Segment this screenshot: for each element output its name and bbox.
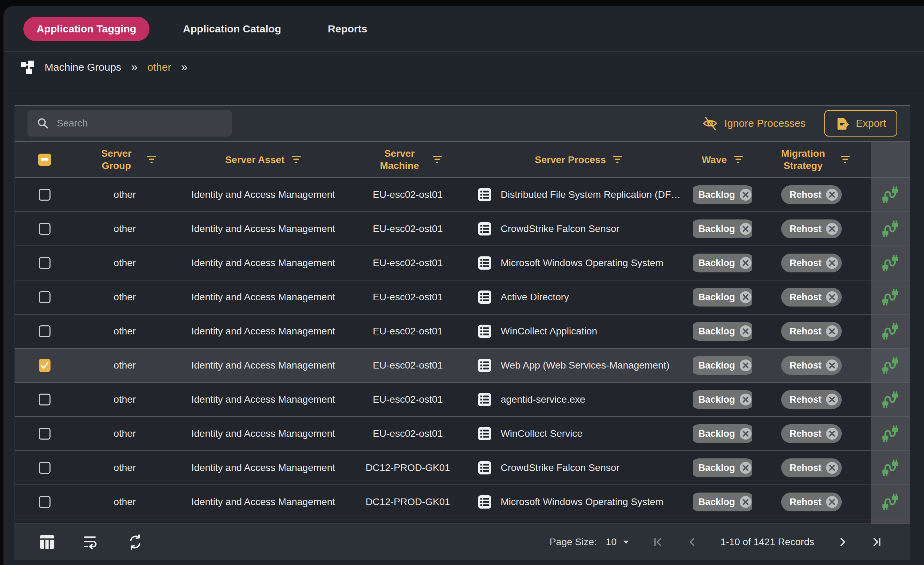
filter-icon[interactable] (291, 155, 302, 164)
process-connections-button[interactable] (881, 425, 899, 443)
chevron-double-icon: » (131, 61, 138, 74)
breadcrumb-other[interactable]: other (147, 61, 171, 73)
page-size-select[interactable]: 10 (606, 537, 630, 548)
process-name: Microsoft Windows Operating System (501, 496, 663, 508)
cell-server-process: WinCollect Application (465, 315, 693, 348)
remove-tag-icon[interactable] (826, 496, 838, 508)
remove-tag-icon[interactable] (826, 393, 838, 406)
last-page-button[interactable] (871, 536, 882, 548)
actions-header-cell (871, 142, 910, 177)
table-row: otherIdentity and Access ManagementEU-es… (15, 178, 910, 212)
table-row: otherIdentity and Access ManagementEU-es… (15, 383, 910, 417)
row-select-cell (15, 451, 74, 484)
process-connections-button[interactable] (881, 186, 899, 204)
row-select-cell (15, 417, 74, 450)
remove-tag-icon[interactable] (826, 189, 838, 201)
remove-tag-icon[interactable] (740, 325, 752, 337)
row-checkbox[interactable] (39, 325, 51, 337)
search-box[interactable] (27, 110, 232, 136)
wave-badge-label: Backlog (698, 292, 735, 303)
filter-icon[interactable] (612, 155, 622, 164)
row-checkbox[interactable] (39, 189, 51, 201)
cell-wave: Backlog (693, 417, 752, 450)
remove-tag-icon[interactable] (740, 291, 752, 303)
process-connections-button[interactable] (881, 322, 899, 340)
remove-tag-icon[interactable] (740, 223, 752, 235)
row-checkbox[interactable] (39, 394, 51, 405)
remove-tag-icon[interactable] (740, 393, 752, 406)
breadcrumb-machine-groups[interactable]: Machine Groups (45, 61, 121, 73)
cell-server-group: other (74, 451, 175, 484)
remove-tag-icon[interactable] (826, 359, 838, 372)
remove-tag-icon[interactable] (740, 462, 752, 474)
wrap-rows-button[interactable] (83, 534, 99, 550)
cell-server-asset: Identity and Access Management (175, 485, 351, 519)
filter-icon[interactable] (432, 155, 442, 164)
row-checkbox[interactable] (39, 291, 51, 303)
cell-server-process: CrowdStrike Falcon Sensor (465, 451, 693, 484)
process-connections-button[interactable] (881, 288, 899, 306)
process-connections-button[interactable] (881, 220, 899, 238)
cell-wave: Backlog (693, 212, 752, 246)
remove-tag-icon[interactable] (826, 462, 838, 474)
process-icon (477, 221, 492, 237)
remove-tag-icon[interactable] (826, 223, 838, 235)
export-button[interactable]: Export (824, 110, 897, 136)
refresh-button[interactable] (127, 534, 143, 550)
remove-tag-icon[interactable] (740, 257, 752, 269)
row-checkbox[interactable] (39, 257, 51, 269)
cell-actions (871, 349, 910, 382)
cell-server-asset: Identity and Access Management (175, 349, 351, 382)
ignore-processes-button[interactable]: Ignore Processes (702, 115, 806, 131)
filter-icon[interactable] (733, 155, 744, 164)
row-checkbox[interactable] (39, 359, 51, 372)
page-size-value: 10 (606, 537, 617, 548)
search-input[interactable] (57, 118, 223, 129)
cell-server-asset: Identity and Access Management (175, 212, 351, 246)
cable-icon (881, 425, 899, 443)
column-header-label: Server Process (535, 154, 606, 166)
cell-server-asset: Identity and Access Management (175, 383, 351, 416)
remove-tag-icon[interactable] (826, 291, 838, 303)
previous-page-button[interactable] (686, 536, 698, 548)
tab-application-catalog[interactable]: Application Catalog (170, 17, 294, 41)
cell-server-machine: EU-esc02-ost01 (351, 315, 465, 348)
process-icon (477, 426, 492, 441)
remove-tag-icon[interactable] (826, 257, 838, 269)
cell-server-machine: EU-esc02-ost01 (351, 178, 465, 211)
process-connections-button[interactable] (881, 459, 899, 477)
wave-badge: Backlog (693, 288, 752, 307)
text-wrap-icon (83, 534, 99, 550)
first-page-button[interactable] (652, 536, 664, 548)
pagination: Page Size: 10 (549, 536, 882, 548)
filter-icon[interactable] (146, 155, 157, 164)
tab-application-tagging[interactable]: Application Tagging (23, 17, 150, 41)
process-connections-button[interactable] (881, 493, 899, 511)
table-footer: Page Size: 10 (15, 523, 910, 560)
row-select-cell (15, 315, 74, 348)
row-checkbox[interactable] (39, 428, 51, 440)
row-checkbox[interactable] (39, 223, 51, 235)
process-connections-button[interactable] (881, 254, 899, 272)
remove-tag-icon[interactable] (740, 496, 752, 508)
remove-tag-icon[interactable] (826, 325, 838, 337)
next-page-button[interactable] (837, 536, 848, 548)
remove-tag-icon[interactable] (740, 189, 752, 201)
filter-icon[interactable] (840, 155, 850, 164)
column-settings-button[interactable] (39, 534, 56, 550)
wave-badge: Backlog (693, 459, 752, 477)
cell-server-asset: Identity and Access Management (175, 178, 351, 211)
remove-tag-icon[interactable] (740, 359, 752, 372)
process-icon (477, 460, 492, 475)
records-range-label: 1-10 of 1421 Records (720, 537, 814, 548)
table-row: otherIdentity and Access ManagementEU-es… (15, 349, 910, 383)
select-all-checkbox[interactable] (38, 154, 51, 166)
row-checkbox[interactable] (39, 462, 51, 474)
remove-tag-icon[interactable] (826, 427, 838, 440)
process-connections-button[interactable] (881, 391, 899, 409)
row-checkbox[interactable] (39, 496, 51, 508)
process-connections-button[interactable] (881, 356, 899, 375)
tab-reports[interactable]: Reports (315, 17, 381, 41)
remove-tag-icon[interactable] (740, 427, 752, 440)
cell-migration-strategy: Rehost (752, 417, 871, 450)
